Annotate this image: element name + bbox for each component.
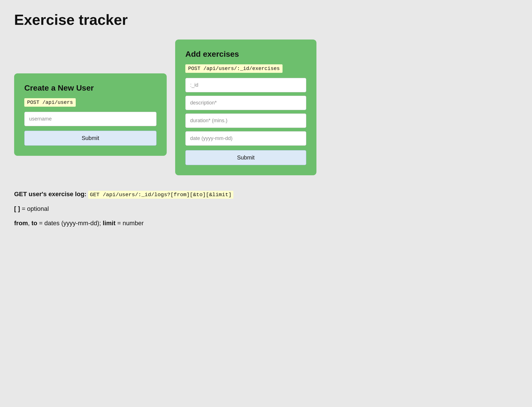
add-exercises-api-badge: POST /api/users/:_id/exercises bbox=[185, 64, 283, 73]
create-user-api-badge: POST /api/users bbox=[24, 98, 76, 107]
info-section: GET user's exercise log: GET /api/users/… bbox=[14, 189, 518, 228]
username-input[interactable] bbox=[24, 112, 157, 126]
create-user-card-title: Create a New User bbox=[24, 84, 157, 93]
limit-text: = number bbox=[117, 220, 144, 227]
exercise-duration-input[interactable] bbox=[185, 113, 306, 128]
create-user-submit-button[interactable]: Submit bbox=[24, 131, 157, 146]
get-log-line: GET user's exercise log: GET /api/users/… bbox=[14, 189, 518, 199]
create-user-card: Create a New User POST /api/users Submit bbox=[14, 73, 167, 156]
add-exercises-submit-button[interactable]: Submit bbox=[185, 150, 306, 165]
exercise-id-input[interactable] bbox=[185, 78, 306, 92]
get-log-label: GET user's exercise log: bbox=[14, 191, 86, 198]
get-log-code: GET /api/users/:_id/logs?[from][&to][&li… bbox=[88, 191, 233, 199]
optional-line: [ ] = optional bbox=[14, 204, 518, 213]
optional-text: = optional bbox=[22, 205, 49, 212]
optional-bracket: [ ] bbox=[14, 205, 20, 212]
params-line: from, to = dates (yyyy-mm-dd); limit = n… bbox=[14, 218, 518, 228]
from-label: from bbox=[14, 220, 28, 227]
add-exercises-card: Add exercises POST /api/users/:_id/exerc… bbox=[175, 40, 316, 175]
add-exercises-card-title: Add exercises bbox=[185, 50, 306, 59]
exercise-description-input[interactable] bbox=[185, 96, 306, 110]
to-label: to bbox=[31, 220, 37, 227]
cards-container: Create a New User POST /api/users Submit… bbox=[14, 40, 518, 175]
exercise-date-input[interactable] bbox=[185, 131, 306, 146]
page-title: Exercise tracker bbox=[14, 11, 518, 28]
limit-label: limit bbox=[103, 220, 116, 227]
from-to-text: = dates (yyyy-mm-dd); bbox=[39, 220, 103, 227]
